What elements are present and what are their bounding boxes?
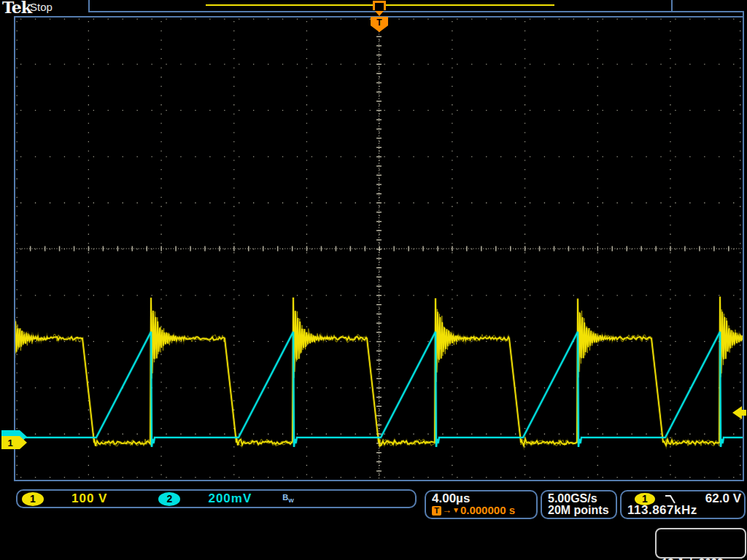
bandwidth-limit-icon: BW — [282, 493, 294, 504]
top-divider-stub-left — [88, 0, 90, 11]
trigger-readout-box[interactable]: 1 62.0 V 113.867kHz — [620, 490, 746, 519]
horizontal-delay-value: 0.000000 s — [460, 505, 515, 516]
trigger-level-arrow-icon[interactable] — [731, 405, 747, 421]
horizontal-scale: 4.00µs — [432, 493, 536, 505]
datetime-box: 13 Jul 2023 11:28:28 — [655, 528, 746, 559]
trigger-level-value: 62.0 V — [705, 493, 741, 505]
date-label: 13 Jul 2023 — [662, 556, 745, 560]
ch1-badge[interactable]: 1 — [22, 492, 44, 506]
record-length: 20M points — [548, 505, 616, 516]
ch2-badge[interactable]: 2 — [158, 492, 180, 506]
horizontal-delay-row: T→▼0.000000 s — [432, 505, 536, 516]
waveform-plot — [15, 18, 743, 480]
graticule — [14, 16, 744, 481]
top-divider-stub-right — [671, 0, 673, 11]
horizontal-readout-box[interactable]: 4.00µs T→▼0.000000 s — [425, 490, 538, 519]
trigger-t-icon: T — [432, 506, 441, 516]
acquisition-readout-box[interactable]: 5.00GS/s 20M points — [541, 490, 617, 519]
top-divider-line — [88, 11, 744, 12]
ch1-scale: 100 V — [71, 491, 107, 506]
trigger-flag-letter: T — [376, 18, 382, 28]
ch1-marker-label: 1 — [7, 438, 12, 448]
trigger-position-flag-icon[interactable]: T — [370, 17, 389, 33]
oscilloscope-screen: Tek Stop T 1 1 100 V 2 200mV BW — [0, 0, 747, 560]
arrow-right-icon: → — [442, 505, 452, 516]
ch2-scale: 200mV — [208, 491, 252, 506]
sample-rate: 5.00GS/s — [548, 493, 616, 505]
channel-readout-box[interactable]: 1 100 V 2 200mV BW — [16, 489, 417, 508]
triangle-down-icon: ▼ — [452, 505, 460, 516]
record-view-trigger-marker[interactable] — [373, 1, 386, 10]
channel-position-markers[interactable]: 1 — [0, 427, 34, 454]
trigger-position-arrow-icon — [375, 11, 384, 16]
tek-logo: Tek — [2, 0, 31, 17]
acquisition-status: Stop — [30, 1, 53, 13]
trigger-frequency: 113.867kHz — [627, 505, 744, 516]
